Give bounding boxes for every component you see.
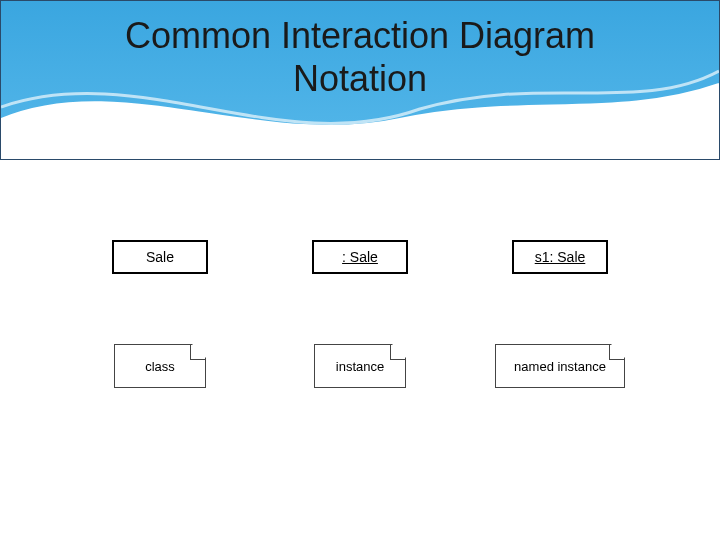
col-named-instance: s1: Sale named instance bbox=[475, 240, 645, 388]
note-label: instance bbox=[336, 359, 384, 374]
note-instance: instance bbox=[314, 344, 406, 388]
note-fold-icon bbox=[610, 345, 624, 359]
uml-box-class: Sale bbox=[112, 240, 208, 274]
uml-box-label: : Sale bbox=[342, 249, 378, 265]
uml-box-label: s1: Sale bbox=[535, 249, 586, 265]
title-line1: Common Interaction DiagramNotation bbox=[125, 15, 595, 99]
uml-box-instance: : Sale bbox=[312, 240, 408, 274]
note-fold-icon bbox=[191, 345, 205, 359]
diagram-content: Sale class : Sale instance s1: Sale name… bbox=[0, 240, 720, 388]
col-class: Sale class bbox=[75, 240, 245, 388]
uml-box-named-instance: s1: Sale bbox=[512, 240, 608, 274]
slide-title: Common Interaction DiagramNotation bbox=[0, 14, 720, 100]
note-named-instance: named instance bbox=[495, 344, 625, 388]
note-class: class bbox=[114, 344, 206, 388]
col-instance: : Sale instance bbox=[275, 240, 445, 388]
note-fold-icon bbox=[391, 345, 405, 359]
uml-box-label: Sale bbox=[146, 249, 174, 265]
note-label: class bbox=[145, 359, 175, 374]
note-label: named instance bbox=[514, 359, 606, 374]
